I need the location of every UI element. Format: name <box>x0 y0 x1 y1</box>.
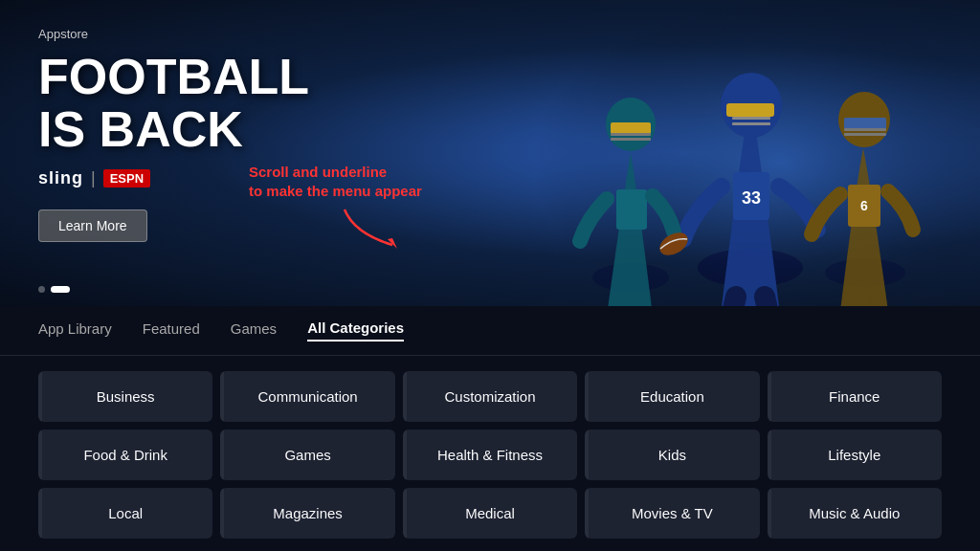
hero-dots <box>38 286 70 293</box>
espn-logo: ESPN <box>103 169 150 187</box>
nav-games[interactable]: Games <box>231 320 277 341</box>
dot-2[interactable] <box>51 286 70 293</box>
category-education[interactable]: Education <box>585 371 759 422</box>
category-health-fitness[interactable]: Health & Fitness <box>403 430 577 480</box>
category-games[interactable]: Games <box>220 430 394 480</box>
categories-grid: Business Communication Customization Edu… <box>38 371 942 539</box>
sling-logo: sling <box>38 168 83 188</box>
category-local[interactable]: Local <box>38 488 212 539</box>
category-communication[interactable]: Communication <box>220 371 394 422</box>
learn-more-button[interactable]: Learn More <box>38 209 147 242</box>
category-business[interactable]: Business <box>38 371 212 422</box>
category-kids[interactable]: Kids <box>585 430 759 480</box>
annotation-text: Scroll and underline to make the menu ap… <box>249 163 422 200</box>
hero-logos: sling | ESPN <box>38 168 942 188</box>
nav-app-library[interactable]: App Library <box>38 320 112 341</box>
category-music-audio[interactable]: Music & Audio <box>768 488 942 539</box>
category-magazines[interactable]: Magazines <box>220 488 394 539</box>
logo-divider: | <box>91 168 96 188</box>
category-movies-tv[interactable]: Movies & TV <box>585 488 759 539</box>
nav-bar: App Library Featured Games All Categorie… <box>0 306 980 356</box>
category-medical[interactable]: Medical <box>403 488 577 539</box>
category-food-drink[interactable]: Food & Drink <box>38 430 212 480</box>
category-finance[interactable]: Finance <box>768 371 942 422</box>
appstore-label: Appstore <box>38 27 942 41</box>
hero-content: Appstore FOOTBALL IS BACK sling | ESPN L… <box>0 0 980 306</box>
categories-section: Business Communication Customization Edu… <box>0 356 980 551</box>
annotation: Scroll and underline to make the menu ap… <box>249 163 422 200</box>
dot-1[interactable] <box>38 286 45 293</box>
nav-featured[interactable]: Featured <box>143 320 200 341</box>
nav-all-categories[interactable]: All Categories <box>307 320 404 342</box>
annotation-arrow <box>335 205 412 256</box>
hero-title: FOOTBALL IS BACK <box>38 51 942 155</box>
category-customization[interactable]: Customization <box>403 371 577 422</box>
category-lifestyle[interactable]: Lifestyle <box>768 430 942 480</box>
hero-banner: 33 6 <box>0 0 980 306</box>
